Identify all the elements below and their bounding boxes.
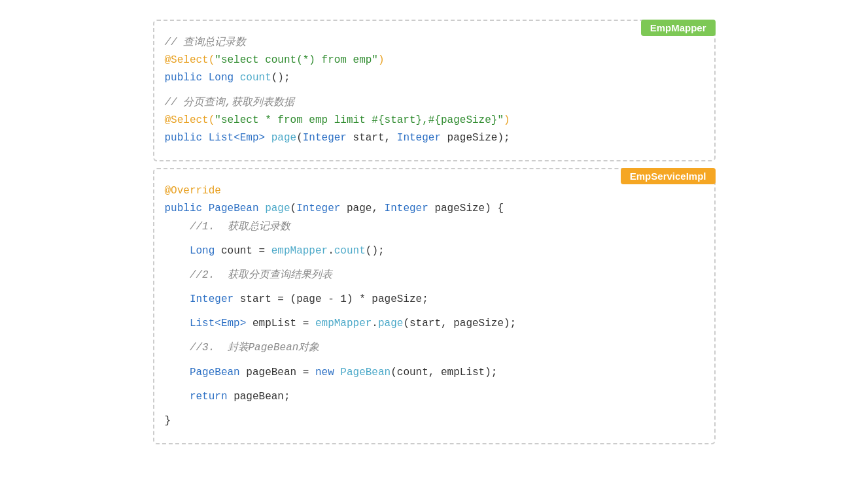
code-segment: List<Emp> bbox=[209, 132, 271, 144]
code-segment: PageBean bbox=[340, 367, 391, 378]
code-segment: count bbox=[240, 72, 271, 84]
code-segment bbox=[165, 293, 190, 305]
blank-line bbox=[165, 406, 699, 412]
code-segment: empMapper bbox=[271, 245, 328, 257]
code-segment: new bbox=[315, 367, 340, 378]
code-segment: pageSize); bbox=[447, 132, 510, 144]
code-segment: @Override bbox=[165, 185, 221, 197]
blank-line bbox=[165, 308, 699, 315]
blank-line bbox=[165, 284, 699, 291]
code-segment: ( bbox=[290, 203, 297, 214]
code-line: @Select("select count(*) from emp") bbox=[165, 52, 699, 69]
code-line: public List<Emp> page(Integer start, Int… bbox=[165, 129, 699, 147]
code-segment: start = (page - 1) * pageSize; bbox=[240, 293, 428, 305]
code-segment: @Select( bbox=[165, 54, 215, 66]
code-segment: pageBean = bbox=[246, 367, 315, 378]
code-line: Long count = empMapper.count(); bbox=[165, 242, 699, 260]
code-segment: "select * from emp limit #{start},#{page… bbox=[215, 114, 504, 126]
code-segment: pageBean; bbox=[234, 391, 290, 403]
code-segment: empMapper bbox=[315, 318, 372, 329]
code-segment: count = bbox=[221, 245, 271, 257]
code-segment: Integer bbox=[303, 132, 353, 144]
code-line: @Select("select * from emp limit #{start… bbox=[165, 112, 699, 129]
code-segment: . bbox=[328, 245, 334, 257]
code-segment: page bbox=[271, 132, 296, 144]
code-segment: "select count(*) from emp" bbox=[215, 54, 378, 66]
code-segment: (count, empList); bbox=[391, 367, 497, 378]
code-segment: page bbox=[378, 318, 403, 329]
code-segment: return bbox=[190, 391, 234, 403]
blank-line bbox=[165, 236, 699, 242]
code-segment: Integer bbox=[190, 293, 240, 305]
block-label-emp-service-impl: EmpServiceImpl bbox=[621, 168, 716, 184]
comment-line-indented: //2. 获取分页查询结果列表 bbox=[165, 267, 699, 284]
code-segment: ( bbox=[296, 132, 303, 144]
code-container: EmpMapper// 查询总记录数@Select("select count(… bbox=[153, 20, 716, 451]
comment-line-indented: //1. 获取总记录数 bbox=[165, 218, 699, 236]
code-line: PageBean pageBean = new PageBean(count, … bbox=[165, 364, 699, 382]
code-segment: PageBean bbox=[209, 203, 265, 214]
blank-line bbox=[165, 88, 699, 94]
code-line: Integer start = (page - 1) * pageSize; bbox=[165, 291, 699, 308]
code-segment: (); bbox=[271, 72, 290, 84]
code-segment: } bbox=[165, 415, 171, 427]
blank-line bbox=[165, 382, 699, 388]
code-segment: (); bbox=[366, 245, 385, 257]
code-segment: page, bbox=[347, 203, 385, 214]
code-segment: List<Emp> bbox=[190, 318, 252, 329]
code-line: public PageBean page(Integer page, Integ… bbox=[165, 200, 699, 218]
code-segment: public bbox=[165, 132, 209, 144]
code-segment: Long bbox=[190, 245, 221, 257]
code-segment: ) bbox=[378, 54, 385, 66]
code-segment: . bbox=[372, 318, 378, 329]
code-segment: public bbox=[165, 72, 209, 84]
code-segment: start, bbox=[353, 132, 397, 144]
code-segment: Long bbox=[209, 72, 240, 84]
code-line: @Override bbox=[165, 182, 699, 200]
code-segment bbox=[165, 391, 190, 403]
code-segment bbox=[165, 318, 190, 329]
code-line: } bbox=[165, 412, 699, 430]
code-line: public Long count(); bbox=[165, 69, 699, 87]
comment-line: // 查询总记录数 bbox=[165, 34, 699, 52]
code-segment: Integer bbox=[385, 203, 435, 214]
code-segment: @Select( bbox=[165, 114, 215, 126]
comment-line: // 分页查询,获取列表数据 bbox=[165, 94, 699, 112]
code-segment: Integer bbox=[296, 203, 347, 214]
comment-line-indented: //3. 封装PageBean对象 bbox=[165, 339, 699, 357]
code-line: return pageBean; bbox=[165, 388, 699, 406]
code-segment: (start, pageSize); bbox=[403, 318, 516, 329]
blank-line bbox=[165, 260, 699, 267]
code-block-emp-mapper: EmpMapper// 查询总记录数@Select("select count(… bbox=[153, 20, 716, 161]
code-segment: empList = bbox=[252, 318, 315, 329]
code-segment: PageBean bbox=[190, 367, 246, 378]
code-line: List<Emp> empList = empMapper.page(start… bbox=[165, 315, 699, 333]
code-segment: count bbox=[334, 245, 366, 257]
code-segment: public bbox=[165, 203, 209, 214]
code-segment bbox=[165, 367, 190, 378]
code-segment bbox=[165, 245, 190, 257]
code-segment: ) bbox=[504, 114, 510, 126]
code-block-emp-service-impl: EmpServiceImpl@Overridepublic PageBean p… bbox=[153, 168, 716, 444]
code-segment: Integer bbox=[397, 132, 447, 144]
blank-line bbox=[165, 357, 699, 364]
code-segment: pageSize) { bbox=[434, 203, 504, 214]
code-segment: page bbox=[265, 203, 290, 214]
blank-line bbox=[165, 333, 699, 339]
block-label-emp-mapper: EmpMapper bbox=[641, 20, 716, 36]
